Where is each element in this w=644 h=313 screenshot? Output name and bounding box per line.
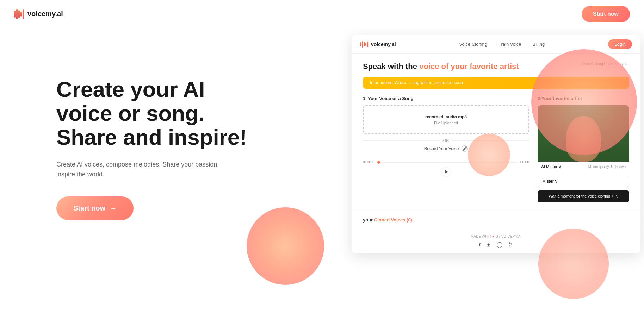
artist-image: [538, 105, 629, 162]
or-divider: OR: [363, 138, 529, 143]
mic-icon: 🎤: [462, 145, 468, 152]
col1-title: 1. Your Voice or a Song: [363, 96, 529, 101]
inner-nav-links: Voice Cloning Train Voice Billing: [459, 42, 545, 47]
logo: voicemy.ai: [14, 9, 63, 19]
hero-start-button[interactable]: Start now →: [56, 196, 134, 220]
hero-section: Create your AI voice or song. Share and …: [0, 28, 644, 313]
main-navbar: voicemy.ai Start now: [0, 0, 644, 28]
inner-col-left: 1. Your Voice or a Song recorded_audio.m…: [363, 96, 529, 202]
artist-select[interactable]: Mister V: [538, 176, 629, 187]
inner-col-right: 2.Your favorite artist Al Mister V Model…: [538, 96, 629, 202]
instagram-icon[interactable]: ◯: [496, 241, 503, 248]
tiktok-icon[interactable]: 𝒕: [479, 241, 481, 248]
hero-start-label: Start now: [73, 204, 105, 212]
upload-status: File Uploaded: [372, 121, 520, 125]
artist-info: Al Mister V Model quality: Unknown: [538, 162, 629, 171]
clone-button[interactable]: Wait a moment for the voice cloning ✦ *.: [538, 190, 629, 202]
audio-bar-dot: [377, 161, 380, 164]
inner-nav-billing[interactable]: Billing: [533, 42, 545, 47]
hero-left: Create your AI voice or song. Share and …: [56, 49, 254, 220]
record-btn-area[interactable]: Record Your Voice 🎤: [363, 145, 529, 152]
inner-hero-title: Speak with the voice of your favorite ar…: [363, 62, 519, 71]
upload-area[interactable]: recorded_audio.mp3 File Uploaded: [363, 105, 529, 134]
audio-time-start: 0:00:00: [363, 160, 374, 164]
hero-start-arrow: →: [110, 204, 117, 212]
discord-icon[interactable]: ⊞: [486, 241, 491, 248]
hero-subtitle: Create AI voices, compose melodies. Shar…: [56, 159, 225, 180]
inner-logo: voicemy.ai: [360, 41, 396, 48]
artist-name: Al Mister V: [541, 164, 561, 169]
col2-title: 2.Your favorite artist: [538, 96, 629, 101]
artist-quality: Model quality: Unknown: [588, 165, 626, 169]
artist-face: [538, 105, 629, 162]
inner-two-col: 1. Your Voice or a Song recorded_audio.m…: [363, 96, 629, 202]
inner-free-badge: Voice Cloning is free for ever...: [581, 62, 629, 66]
info-banner: Information : Wait a ... ong will be gen…: [363, 77, 629, 89]
screenshot-window: voicemy.ai Voice Cloning Train Voice Bil…: [352, 35, 640, 253]
inner-logo-text: voicemy.ai: [371, 42, 396, 47]
inner-nav-train-voice[interactable]: Train Voice: [499, 42, 521, 47]
inner-footer: MADE WITH ♥ BY VOICEMY.AI 𝒕 ⊞ ◯ 𝕏: [352, 229, 640, 253]
cloned-title: your Cloned Voices (0).·.: [363, 217, 416, 223]
inner-content: Speak with the voice of your favorite ar…: [352, 54, 640, 211]
inner-login-button[interactable]: Login: [608, 39, 632, 49]
audio-bar[interactable]: [377, 162, 518, 163]
play-button[interactable]: [441, 167, 451, 177]
logo-text: voicemy.ai: [27, 10, 63, 18]
screenshot-container: voicemy.ai Voice Cloning Train Voice Bil…: [338, 28, 644, 313]
upload-filename: recorded_audio.mp3: [372, 114, 520, 119]
audio-player: 0:00:00 00:00: [363, 157, 529, 167]
blob-bottom-center: [247, 207, 324, 285]
nav-start-button[interactable]: Start now: [582, 6, 630, 22]
audio-time-end: 00:00: [520, 160, 529, 164]
cloned-section: your Cloned Voices (0).·.: [352, 211, 640, 229]
heart-icon: ♥: [492, 234, 494, 238]
logo-icon: [14, 9, 24, 19]
inner-nav-voice-cloning[interactable]: Voice Cloning: [459, 42, 488, 47]
footer-made-text: MADE WITH ♥ BY VOICEMY.AI: [471, 234, 521, 238]
play-icon: [445, 170, 448, 174]
footer-social-icons: 𝒕 ⊞ ◯ 𝕏: [479, 241, 513, 248]
artist-card: Al Mister V Model quality: Unknown: [538, 105, 629, 171]
twitter-icon[interactable]: 𝕏: [508, 241, 513, 248]
inner-navbar: voicemy.ai Voice Cloning Train Voice Bil…: [352, 35, 640, 54]
inner-logo-icon: [360, 41, 368, 48]
hero-title: Create your AI voice or song. Share and …: [56, 77, 254, 150]
